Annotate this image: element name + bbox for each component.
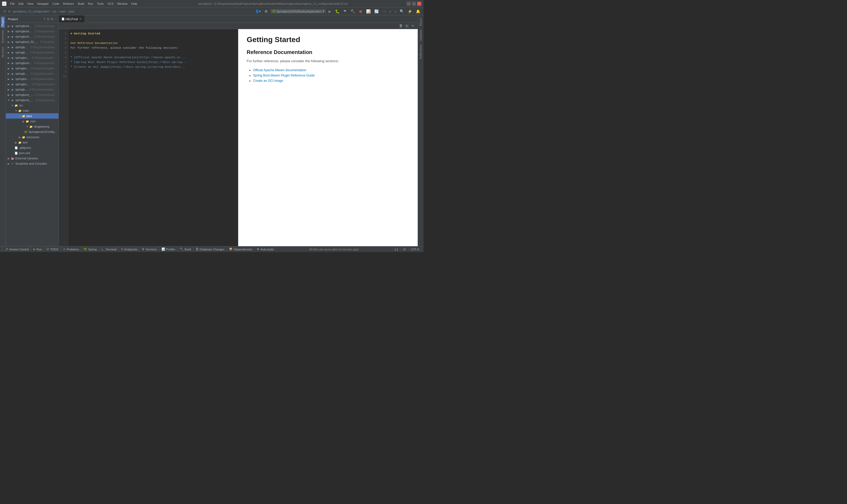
bookmarks-panel-tab[interactable]: Bookmarks <box>1 28 5 45</box>
tab-help-md[interactable]: 📄 HELP.md ✕ <box>59 15 85 22</box>
run-config[interactable]: 🌿 Springboot12HotDeployApplication ▾ <box>271 9 326 14</box>
status-lf[interactable]: LF <box>401 248 409 251</box>
preview-link-maven[interactable]: Official Apache Maven documentation <box>253 68 306 72</box>
nav-forward-button[interactable]: ▷ <box>7 9 12 14</box>
status-endpoints[interactable]: ⊙ Endpoints <box>119 247 140 252</box>
view-list-button[interactable]: ☰ <box>398 24 403 28</box>
status-profiler[interactable]: 📊 Profiler <box>159 247 178 252</box>
tree-item-sb15-gitignore[interactable]: 📄 .gitignore <box>6 145 58 150</box>
notifications-panel-tab[interactable]: Notifications <box>419 43 423 60</box>
maven-panel-tab[interactable]: Maven <box>419 16 423 28</box>
update-button[interactable]: 🔄 <box>373 9 380 14</box>
status-todo[interactable]: ☑ TODO <box>44 247 61 252</box>
prev-button[interactable]: ‹ <box>389 9 392 14</box>
database-panel-tab[interactable]: Database <box>419 28 423 42</box>
nav-back-button[interactable]: ◁ <box>2 9 6 14</box>
view-split-button[interactable]: ⊞ <box>404 24 409 28</box>
notification-button[interactable]: 🔔 <box>415 9 421 14</box>
menu-tools[interactable]: Tools <box>95 2 105 6</box>
tree-item-sb14[interactable]: ▶ ◆ springboot_12_hot_deploy D:\DingJiax… <box>6 92 58 97</box>
menu-vcs[interactable]: VCS <box>106 2 115 6</box>
power-save-button[interactable]: ⚡ <box>407 9 413 14</box>
profiler-button[interactable]: 📊 <box>365 9 372 14</box>
breadcrumb-java[interactable]: java <box>69 10 74 13</box>
menu-navigate[interactable]: Navigate <box>35 2 50 6</box>
debug-button[interactable]: 🐛 <box>334 9 341 14</box>
status-db-changes[interactable]: 🗄 Database Changes <box>194 247 227 252</box>
tree-item-scratches[interactable]: ▶ ✏ Scratches and Consoles <box>6 161 58 166</box>
search-everywhere-button[interactable]: 🔍 <box>399 9 405 14</box>
status-auto-build[interactable]: ⚙ Auto-build <box>255 247 276 252</box>
status-version-control[interactable]: ⎇ Version Control <box>2 247 31 252</box>
sidebar-hide-btn[interactable]: − <box>55 17 56 21</box>
minimize-button[interactable]: — <box>407 2 411 6</box>
coverage-button[interactable]: ☂ <box>342 9 348 14</box>
tree-item-sb01[interactable]: ▶ ◆ springboot_01_01_quickstart D:\DingJ… <box>6 23 58 29</box>
status-spring[interactable]: 🌿 Spring <box>81 247 99 252</box>
tree-item-sb15-java[interactable]: ▼ 📁 java <box>6 113 58 119</box>
tree-item-sb15-app[interactable]: 🌿 Springboot13ConfigurationApplication <box>6 129 58 134</box>
structure-panel-tab[interactable]: Structure <box>1 45 5 59</box>
breadcrumb-main[interactable]: main <box>59 10 66 13</box>
status-build[interactable]: 🔨 Build <box>178 247 193 252</box>
tree-item-sb15-src[interactable]: ▼ 📁 src <box>6 103 58 108</box>
menu-window[interactable]: Window <box>116 2 129 6</box>
tree-item-sb12[interactable]: ▶ ◆ springboot_10_profiles D:\DingJiaxio… <box>6 82 58 87</box>
status-terminal[interactable]: >_ Terminal <box>99 247 119 252</box>
tree-item-sb09[interactable]: ▶ ◆ springboot_07_druid D:\DingJiaxiong\… <box>6 66 58 71</box>
tree-item-sb07[interactable]: ▶ ◆ springboot_05_mybatis D:\DingJiaxion… <box>6 55 58 60</box>
user-button[interactable]: 👤▾ <box>254 9 262 14</box>
sidebar-scroll-top-btn[interactable]: ⤒ <box>43 17 46 21</box>
tree-item-sb05[interactable]: ▶ ◆ springboot_03_yaml D:\DingJiaxiong\I… <box>6 44 58 50</box>
menu-build[interactable]: Build <box>76 2 86 6</box>
breadcrumb-src[interactable]: src <box>53 10 57 13</box>
menu-edit[interactable]: Edit <box>17 2 25 6</box>
sidebar-collapse-btn[interactable]: ⊟ <box>47 17 50 21</box>
tree-item-sb15-ding[interactable]: ▼ 📁 dingjiaxiong <box>6 124 58 129</box>
menu-run[interactable]: Run <box>86 2 95 6</box>
tree-item-sb03[interactable]: ▶ ◆ springboot_01_03_quickstart D:\DingJ… <box>6 34 58 39</box>
tree-item-sb08[interactable]: ▶ ◆ springboot_06_mybatis_plus D:\DingJi… <box>6 60 58 66</box>
tree-item-sb15-resources[interactable]: ▶ 📁 resources <box>6 134 58 140</box>
tree-item-sb04[interactable]: ▶ ◆ springboot_02_base_configuration D:\… <box>6 39 58 44</box>
status-problems[interactable]: ⚠ Problems <box>61 247 81 252</box>
status-run[interactable]: ▶ Run <box>31 247 44 252</box>
menu-help[interactable]: Help <box>130 2 139 6</box>
preview-link-spring-plugin[interactable]: Spring Boot Maven Plugin Reference Guide <box>253 74 315 77</box>
maximize-button[interactable]: □ <box>412 2 416 6</box>
menu-code[interactable]: Code <box>51 2 61 6</box>
status-dependencies[interactable]: 📦 Dependencies <box>227 247 255 252</box>
menu-refactor[interactable]: Refactor <box>61 2 76 6</box>
code-editor[interactable]: # Getting Started ### Reference Document… <box>68 29 238 246</box>
tree-arrow-sb15-test: ▶ <box>14 141 18 144</box>
breadcrumb-project[interactable]: springboot_13_configuration <box>13 10 50 13</box>
next-button[interactable]: › <box>394 9 397 14</box>
preview-link-oci[interactable]: Create an OCI image <box>253 79 283 83</box>
status-services[interactable]: ⚙ Services <box>140 247 159 252</box>
view-preview-button[interactable]: 👁 <box>410 24 416 28</box>
settings-button[interactable]: ⚙ <box>263 9 269 14</box>
tree-item-sb13[interactable]: ▶ ◆ springboot_11_log D:\DingJiaxiong\Id… <box>6 87 58 92</box>
tab-close-help-md[interactable]: ✕ <box>79 17 82 20</box>
tree-item-sb15-test[interactable]: ▶ 📁 test <box>6 140 58 145</box>
tree-item-sb11[interactable]: ▶ ◆ springboot_09_config D:\DingJiaxiong… <box>6 76 58 82</box>
menu-file[interactable]: File <box>8 2 16 6</box>
tree-item-sb15-com[interactable]: ▶ 📁 com <box>6 119 58 124</box>
tree-item-sb15-pom[interactable]: 📄 pom.xml <box>6 150 58 156</box>
tree-item-sb15-main[interactable]: ▼ 📁 main <box>6 108 58 113</box>
status-position[interactable]: 1:1 <box>392 248 401 251</box>
tree-item-ext-lib[interactable]: ▶ 📚 External Libraries <box>6 156 58 161</box>
tree-item-sb10[interactable]: ▶ ◆ springboot_08_ssmp D:\DingJiaxiong\I… <box>6 71 58 76</box>
stop-button[interactable]: ⏹ <box>358 9 363 14</box>
tree-item-sb15[interactable]: ▼ ◆ springboot_13_configuration D:\DingJ… <box>6 97 58 103</box>
build-button[interactable]: 🔨 <box>349 9 356 14</box>
more-options-button[interactable]: ⋯ <box>381 9 387 14</box>
tree-item-sb02[interactable]: ▶ ◆ springboot_01_02_quickstart D:\DingJ… <box>6 29 58 34</box>
run-button[interactable]: ▶ <box>327 9 332 14</box>
close-button[interactable]: ✕ <box>417 2 421 6</box>
menu-view[interactable]: View <box>26 2 35 6</box>
project-panel-tab[interactable]: Project <box>1 16 5 28</box>
status-utf8[interactable]: UTF-8 <box>409 248 421 251</box>
sidebar-settings-btn[interactable]: ⚙ <box>51 17 53 21</box>
tree-item-sb06[interactable]: ▶ ◆ springboot_04_junit D:\DingJiaxiong\… <box>6 50 58 55</box>
